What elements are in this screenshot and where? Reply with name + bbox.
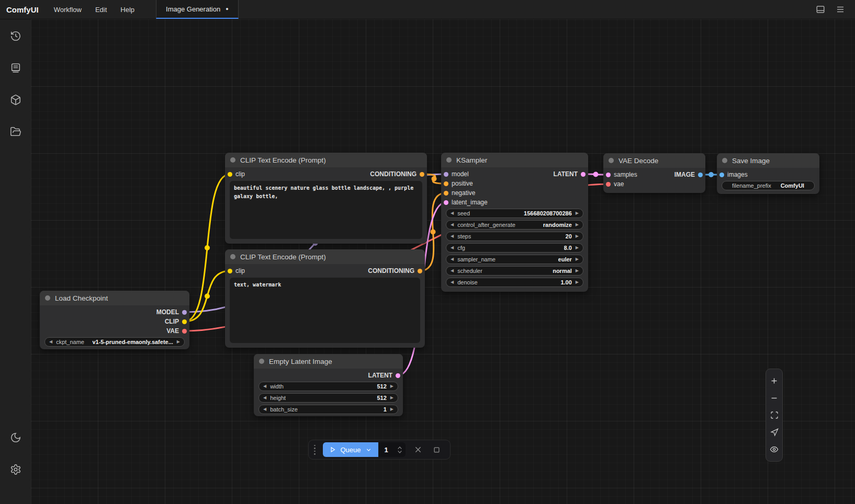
widget-right-arrow-icon[interactable]: ▶ — [390, 396, 393, 400]
link-midpoint-dot[interactable] — [432, 176, 437, 181]
increment-icon[interactable] — [397, 446, 402, 450]
widget-right-arrow-icon[interactable]: ▶ — [576, 234, 579, 238]
input-slot-clip-icon[interactable] — [228, 172, 232, 177]
menu-edit[interactable]: Edit — [88, 0, 114, 19]
widget-control_after_generate[interactable]: ◀control_after_generate randomize▶ — [446, 220, 583, 230]
input-slot-images-icon[interactable] — [719, 173, 724, 177]
input-slot-positive-icon[interactable] — [444, 181, 448, 186]
collapse-dot-icon[interactable] — [722, 158, 727, 163]
widget-right-arrow-icon[interactable]: ▶ — [576, 211, 579, 215]
menu-help[interactable]: Help — [114, 0, 141, 19]
widget-right-arrow-icon[interactable]: ▶ — [576, 280, 579, 284]
widget-left-arrow-icon[interactable]: ◀ — [263, 407, 266, 411]
input-slot-negative-icon[interactable] — [444, 191, 448, 196]
input-slot-clip-icon[interactable] — [228, 269, 232, 273]
link-clip[interactable] — [185, 174, 230, 322]
widget-filename_prefix[interactable]: filename_prefix ComfyUI — [722, 181, 815, 190]
toggle-link-visibility-icon[interactable] — [767, 442, 782, 457]
node-header[interactable]: CLIP Text Encode (Prompt) — [225, 153, 427, 167]
widget-sampler_name[interactable]: ◀sampler_name euler▶ — [446, 255, 583, 264]
output-slot-IMAGE-icon[interactable] — [698, 173, 703, 177]
prompt-textarea[interactable]: text, watermark — [230, 278, 420, 343]
link-midpoint-dot[interactable] — [205, 245, 210, 250]
node-header[interactable]: KSampler — [441, 153, 588, 167]
input-slot-model-icon[interactable] — [444, 172, 448, 177]
widget-right-arrow-icon[interactable]: ▶ — [390, 407, 393, 411]
output-slot-CONDITIONING-icon[interactable] — [420, 172, 424, 177]
widget-cfg[interactable]: ◀cfg 8.0▶ — [446, 243, 583, 253]
widget-left-arrow-icon[interactable]: ◀ — [451, 246, 454, 250]
workflow-history-icon[interactable] — [5, 26, 26, 47]
link-midpoint-dot[interactable] — [708, 172, 714, 177]
widget-left-arrow-icon[interactable]: ◀ — [451, 280, 454, 284]
node-clip-positive[interactable]: CLIP Text Encode (Prompt) clipCONDITIONI… — [225, 153, 427, 244]
widget-seed[interactable]: ◀seed 156680208700286▶ — [446, 209, 583, 218]
widget-steps[interactable]: ◀steps 20▶ — [446, 232, 583, 241]
decrement-icon[interactable] — [397, 450, 402, 454]
theme-toggle-icon[interactable] — [5, 427, 26, 448]
widget-right-arrow-icon[interactable]: ▶ — [576, 257, 579, 261]
widget-left-arrow-icon[interactable]: ◀ — [49, 340, 52, 344]
output-slot-CLIP-icon[interactable] — [182, 319, 187, 324]
widget-right-arrow-icon[interactable]: ▶ — [177, 340, 180, 344]
widget-scheduler[interactable]: ◀scheduler normal▶ — [446, 266, 583, 276]
tab-image-generation[interactable]: Image Generation ● — [156, 0, 239, 19]
widget-right-arrow-icon[interactable]: ▶ — [576, 246, 579, 250]
hamburger-menu-icon[interactable] — [833, 2, 848, 17]
widget-right-arrow-icon[interactable]: ▶ — [576, 269, 579, 273]
drag-handle-icon[interactable] — [313, 445, 317, 455]
pointer-icon[interactable] — [767, 425, 782, 440]
collapse-dot-icon[interactable] — [259, 359, 264, 364]
node-vae-decode[interactable]: VAE Decode samplesIMAGE vae — [603, 153, 705, 193]
node-templates-icon[interactable] — [5, 58, 26, 78]
node-header[interactable]: CLIP Text Encode (Prompt) — [225, 249, 425, 264]
input-slot-vae-icon[interactable] — [606, 182, 611, 187]
node-header[interactable]: Empty Latent Image — [254, 354, 403, 369]
output-slot-MODEL-icon[interactable] — [182, 310, 187, 315]
link-midpoint-dot[interactable] — [205, 294, 210, 299]
collapse-dot-icon[interactable] — [609, 158, 614, 163]
input-slot-latent_image-icon[interactable] — [444, 200, 448, 205]
widget-left-arrow-icon[interactable]: ◀ — [451, 211, 454, 215]
node-ksampler[interactable]: KSampler modelLATENT positive negative l… — [441, 153, 588, 292]
input-slot-samples-icon[interactable] — [606, 173, 611, 177]
node-header[interactable]: VAE Decode — [603, 153, 705, 168]
widget-height[interactable]: ◀height 512▶ — [258, 393, 398, 403]
node-empty-latent[interactable]: Empty Latent ImageLATENT ◀width 512▶◀hei… — [254, 354, 403, 416]
widget-left-arrow-icon[interactable]: ◀ — [263, 396, 266, 400]
model-library-icon[interactable] — [5, 89, 26, 110]
widget-ckpt_name[interactable]: ◀ckpt_name v1-5-pruned-emaonly.safete...… — [44, 337, 185, 347]
widget-left-arrow-icon[interactable]: ◀ — [451, 269, 454, 273]
node-load-checkpoint[interactable]: Load CheckpointMODEL CLIP VAE ◀ckpt_name… — [40, 291, 189, 349]
output-slot-LATENT-icon[interactable] — [581, 172, 586, 177]
link-midpoint-dot[interactable] — [431, 230, 436, 235]
widget-right-arrow-icon[interactable]: ▶ — [390, 384, 393, 388]
link-clip[interactable] — [185, 271, 230, 322]
widget-width[interactable]: ◀width 512▶ — [258, 382, 398, 391]
stop-icon[interactable] — [431, 443, 443, 456]
unsaved-indicator-icon[interactable]: ● — [226, 7, 228, 12]
graph-canvas[interactable]: Load CheckpointMODEL CLIP VAE ◀ckpt_name… — [31, 19, 855, 504]
prompt-textarea[interactable]: beautiful scenery nature glass bottle la… — [230, 181, 422, 239]
collapse-dot-icon[interactable] — [446, 157, 452, 163]
output-slot-CONDITIONING-icon[interactable] — [418, 269, 422, 273]
output-slot-LATENT-icon[interactable] — [396, 373, 400, 378]
settings-icon[interactable] — [5, 459, 26, 480]
collapse-dot-icon[interactable] — [230, 157, 235, 163]
output-slot-VAE-icon[interactable] — [182, 329, 187, 334]
widget-right-arrow-icon[interactable]: ▶ — [576, 223, 579, 227]
node-clip-negative[interactable]: CLIP Text Encode (Prompt) clipCONDITIONI… — [225, 249, 425, 348]
widget-left-arrow-icon[interactable]: ◀ — [263, 384, 266, 388]
widget-denoise[interactable]: ◀denoise 1.00▶ — [446, 278, 583, 287]
queue-button[interactable]: Queue — [323, 442, 378, 457]
widget-left-arrow-icon[interactable]: ◀ — [451, 223, 454, 227]
workflows-folder-icon[interactable] — [5, 121, 26, 142]
widget-left-arrow-icon[interactable]: ◀ — [451, 234, 454, 238]
batch-count-stepper[interactable]: 1 — [378, 442, 406, 457]
zoom-in-icon[interactable] — [767, 373, 782, 388]
collapse-dot-icon[interactable] — [45, 295, 50, 301]
menu-workflow[interactable]: Workflow — [47, 0, 88, 19]
link-midpoint-dot[interactable] — [593, 172, 599, 177]
bottom-panel-icon[interactable] — [813, 2, 828, 17]
widget-batch_size[interactable]: ◀batch_size 1▶ — [258, 405, 398, 414]
